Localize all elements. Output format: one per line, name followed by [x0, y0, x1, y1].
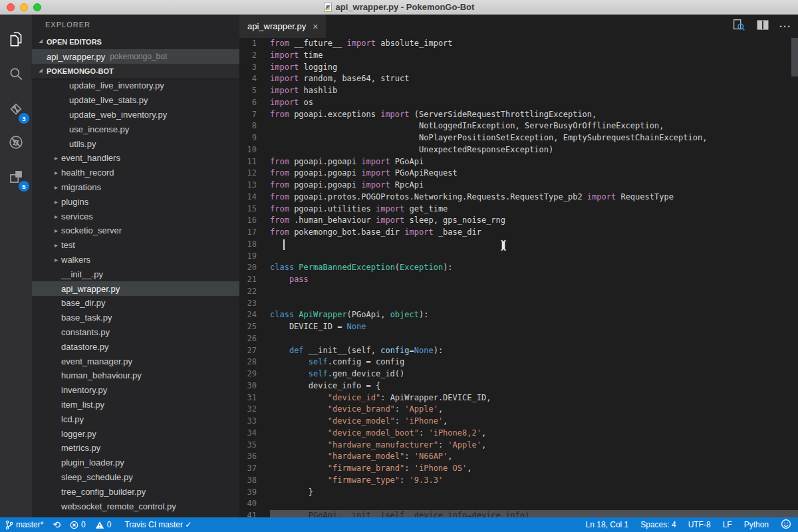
tree-folder-test[interactable]: ▸test [32, 238, 239, 253]
line-number: 12 [239, 168, 270, 180]
tree-item-label: __init__.py [61, 269, 103, 279]
tree-item-label: item_list.py [61, 400, 104, 410]
code-line-11: 11from pgoapi.pgoapi import PGoApi [239, 156, 798, 168]
line-content [270, 251, 798, 263]
line-number: 38 [239, 475, 270, 487]
explorer-icon[interactable] [0, 23, 32, 55]
line-number: 23 [239, 298, 270, 310]
line-content [270, 333, 798, 345]
tree-item-label: walkers [61, 255, 90, 265]
folder-collapsed-icon: ▸ [55, 227, 61, 234]
folder-collapsed-icon: ▸ [55, 241, 61, 249]
extensions-badge: 5 [19, 181, 29, 192]
tree-file-metrics-py[interactable]: metrics.py [32, 441, 239, 456]
line-number: 3 [239, 62, 270, 74]
git-icon[interactable]: 3 [0, 93, 32, 125]
split-editor-icon[interactable] [755, 18, 770, 35]
code-editor[interactable]: 1from __future__ import absolute_import2… [239, 38, 798, 517]
more-actions-icon[interactable]: ··· [779, 21, 791, 32]
line-content: class ApiWrapper(PGoApi, object): [270, 309, 798, 321]
tree-file-update-live-stats-py[interactable]: update_live_stats.py [32, 93, 239, 108]
line-content: from pgoapi.pgoapi import PGoApiRequest [270, 168, 798, 180]
line-content: PGoApi.__init__(self, device_info=device… [270, 510, 798, 517]
tree-file-datastore-py[interactable]: datastore.py [32, 339, 239, 354]
travis-ci-status[interactable]: Travis CI master ✓ [124, 520, 192, 529]
tree-file-logger-py[interactable]: logger.py [32, 426, 239, 441]
open-editor-item[interactable]: api_wrapper.py pokemongo_bot [32, 49, 239, 64]
minimize-window-button[interactable] [20, 3, 28, 11]
code-line-34: 34 "device_model_boot": 'iPhone8,2', [239, 428, 798, 440]
tree-file-base-task-py[interactable]: base_task.py [32, 311, 239, 325]
tree-item-label: datastore.py [61, 342, 109, 352]
tree-file-plugin-loader-py[interactable]: plugin_loader.py [32, 456, 239, 470]
tree-file-api-wrapper-py[interactable]: api_wrapper.py [32, 281, 239, 296]
close-window-button[interactable] [7, 3, 15, 11]
editor-vertical-scrollbar[interactable] [791, 38, 798, 76]
tree-folder-plugins[interactable]: ▸plugins [32, 194, 239, 209]
tree-file-item-list-py[interactable]: item_list.py [32, 398, 239, 412]
encoding-setting[interactable]: UTF-8 [688, 520, 711, 529]
tree-item-label: base_task.py [61, 313, 112, 323]
tree-file--init-py[interactable]: __init__.py [32, 267, 239, 281]
line-content: from .human_behaviour import sleep, gps_… [270, 215, 798, 227]
tree-file-base-dir-py[interactable]: base_dir.py [32, 296, 239, 311]
line-number: 26 [239, 333, 270, 345]
tree-folder-event-handlers[interactable]: ▸event_handlers [32, 151, 239, 166]
find-in-file-icon[interactable] [732, 18, 746, 35]
tree-item-label: logger.py [61, 429, 96, 439]
open-editors-section[interactable]: OPEN EDITORS [32, 35, 239, 49]
text-caret [283, 239, 285, 250]
section-expand-icon [39, 39, 43, 43]
code-line-40: 40 [239, 498, 798, 510]
tree-folder-socketio-server[interactable]: ▸socketio_server [32, 223, 239, 238]
tree-item-label: inventory.py [61, 385, 107, 395]
tree-item-label: services [61, 211, 93, 221]
maximize-window-button[interactable] [33, 3, 41, 11]
line-number: 1 [239, 38, 270, 50]
debug-icon[interactable] [0, 126, 32, 158]
tree-file-inventory-py[interactable]: inventory.py [32, 383, 239, 398]
tree-file-update-live-inventory-py[interactable]: update_live_inventory.py [32, 78, 239, 93]
code-line-18: 18 [239, 239, 798, 251]
tree-file-websocket-remote-control-py[interactable]: websocket_remote_control.py [32, 499, 239, 513]
folder-collapsed-icon: ▸ [55, 154, 61, 162]
feedback-smiley-icon[interactable] [781, 519, 791, 531]
tree-folder-migrations[interactable]: ▸migrations [32, 180, 239, 195]
code-line-31: 31 "device_id": ApiWrapper.DEVICE_ID, [239, 392, 798, 404]
git-branch-status[interactable]: master* [5, 520, 43, 530]
open-editor-detail: pokemongo_bot [110, 52, 167, 61]
tree-file-event-manager-py[interactable]: event_manager.py [32, 354, 239, 368]
tree-item-label: update_live_stats.py [69, 95, 148, 105]
error-count[interactable]: 0 [70, 520, 86, 529]
tree-item-label: base_dir.py [61, 298, 106, 308]
search-icon[interactable] [0, 58, 32, 90]
code-line-25: 25 DEVICE_ID = None [239, 321, 798, 333]
line-number: 8 [239, 120, 270, 132]
project-section[interactable]: POKEMONGO-BOT [32, 64, 239, 78]
tab-close-icon[interactable]: × [313, 22, 318, 31]
cursor-position[interactable]: Ln 18, Col 1 [586, 520, 629, 529]
tree-file-update-web-inventory-py[interactable]: update_web_inventory.py [32, 108, 239, 122]
tree-file-human-behaviour-py[interactable]: human_behaviour.py [32, 368, 239, 383]
tree-folder-health-record[interactable]: ▸health_record [32, 166, 239, 180]
line-number: 14 [239, 192, 270, 203]
tree-file-utils-py[interactable]: utils.py [32, 136, 239, 151]
tree-file-constants-py[interactable]: constants.py [32, 325, 239, 340]
warning-count[interactable]: 0 [95, 520, 112, 529]
tree-file-lcd-py[interactable]: lcd.py [32, 412, 239, 426]
document-proxy-icon [324, 3, 332, 12]
tree-folder-walkers[interactable]: ▸walkers [32, 253, 239, 267]
tree-folder-services[interactable]: ▸services [32, 209, 239, 223]
code-line-35: 35 "hardware_manufacturer": 'Apple', [239, 440, 798, 452]
line-content: import logging [270, 62, 798, 74]
sync-icon[interactable]: ⟲ [53, 520, 61, 529]
tree-file-use-incense-py[interactable]: use_incense.py [32, 122, 239, 136]
tree-file-sleep-schedule-py[interactable]: sleep_schedule.py [32, 470, 239, 485]
tree-file-tree-config-builder-py[interactable]: tree_config_builder.py [32, 484, 239, 499]
language-mode[interactable]: Python [744, 520, 769, 529]
indentation-setting[interactable]: Spaces: 4 [640, 520, 676, 529]
eol-setting[interactable]: LF [723, 520, 732, 529]
extensions-icon[interactable]: 5 [0, 161, 32, 193]
tab-api-wrapper[interactable]: api_wrapper.py × [239, 15, 326, 38]
tree-item-label: plugin_loader.py [61, 458, 124, 467]
